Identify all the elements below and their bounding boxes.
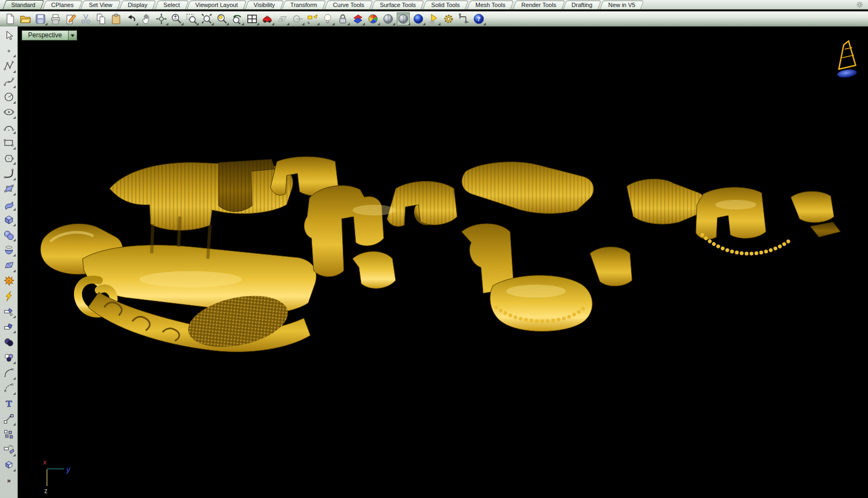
viewport-title-dropdown[interactable] <box>69 30 77 41</box>
tab-render-tools[interactable]: Render Tools <box>513 1 565 9</box>
rotate-view-icon[interactable] <box>155 12 168 25</box>
rendered-viewport-icon[interactable] <box>412 12 425 25</box>
orient-3d-icon[interactable] <box>2 459 16 472</box>
tab-standard[interactable]: Standard <box>3 0 44 9</box>
axis-x-label: x <box>43 459 47 466</box>
model-cluster-middle <box>304 181 457 289</box>
viewport-title-label[interactable]: Perspective <box>22 30 69 41</box>
join-icon[interactable] <box>2 336 16 349</box>
options-gear-icon[interactable] <box>442 12 455 25</box>
tab-display[interactable]: Display <box>120 1 157 9</box>
help-icon[interactable]: ? <box>472 12 485 25</box>
edit-notes-icon[interactable] <box>64 12 77 25</box>
blend-icon[interactable] <box>2 382 16 395</box>
svg-text:?: ? <box>477 15 480 23</box>
toolbar-tab-bar: Standard CPlanes Set View Display Select… <box>0 0 868 10</box>
trim-icon[interactable] <box>2 290 16 303</box>
tab-set-view[interactable]: Set View <box>80 1 121 9</box>
tab-visibility[interactable]: Visibility <box>245 1 283 9</box>
explode-icon[interactable] <box>2 274 16 287</box>
arc-icon[interactable] <box>2 121 16 134</box>
tab-drafting[interactable]: Drafting <box>564 1 601 9</box>
curved-surface-icon[interactable] <box>2 198 16 211</box>
zoom-selected-icon[interactable] <box>215 12 228 25</box>
undo-icon[interactable] <box>125 12 138 25</box>
save-icon[interactable] <box>34 12 47 25</box>
tab-surface-tools[interactable]: Surface Tools <box>371 1 424 9</box>
sphere-icon[interactable] <box>2 228 16 241</box>
set-cplane-icon[interactable] <box>276 12 289 25</box>
rectangle-icon[interactable] <box>2 137 16 150</box>
untrim-icon[interactable] <box>2 320 16 333</box>
open-folder-icon[interactable] <box>19 12 32 25</box>
polygon-icon[interactable] <box>2 152 16 165</box>
split-icon[interactable] <box>2 305 16 318</box>
osnap-icon[interactable] <box>291 12 304 25</box>
text-icon[interactable]: T <box>2 397 16 410</box>
gold-relief-model <box>18 26 868 498</box>
axis-z-label: z <box>44 487 48 495</box>
zoom-dynamic-icon[interactable] <box>170 12 183 25</box>
shaded-viewport-icon[interactable] <box>382 12 395 25</box>
layers-icon[interactable] <box>351 12 364 25</box>
patch-icon[interactable] <box>2 259 16 272</box>
show-objects-icon[interactable] <box>306 12 319 25</box>
tab-curve-tools[interactable]: Curve Tools <box>324 1 373 9</box>
tab-solid-tools[interactable]: Solid Tools <box>423 1 469 9</box>
tab-mesh-tools[interactable]: Mesh Tools <box>467 1 514 9</box>
model-cluster-right <box>627 179 840 253</box>
tab-cplanes[interactable]: CPlanes <box>43 1 82 9</box>
tab-transform[interactable]: Transform <box>282 1 326 9</box>
svg-text:T: T <box>5 399 12 409</box>
cut-icon[interactable] <box>79 12 92 25</box>
named-views-icon[interactable] <box>261 12 274 25</box>
select-pointer-icon[interactable] <box>2 29 16 42</box>
surface-from-points-icon[interactable] <box>2 183 16 196</box>
distant-spire-object <box>837 41 857 78</box>
tab-new-in-v5[interactable]: New in V5 <box>600 1 644 9</box>
paste-icon[interactable] <box>110 12 123 25</box>
viewport-title: Perspective <box>22 30 77 41</box>
circle-icon[interactable] <box>2 91 16 104</box>
toolbar-options-gear-icon[interactable] <box>856 1 864 9</box>
ellipse-icon[interactable] <box>2 106 16 119</box>
spotlight-icon[interactable] <box>427 12 440 25</box>
revolve-icon[interactable] <box>2 244 16 257</box>
move-icon[interactable] <box>2 413 16 426</box>
fillet-icon[interactable] <box>2 367 16 380</box>
ghosted-viewport-icon[interactable] <box>397 12 410 25</box>
perspective-viewport[interactable]: Perspective x y z <box>18 26 868 498</box>
world-axis-gizmo: x y z <box>39 453 83 495</box>
viewport-layout-icon[interactable] <box>246 12 259 25</box>
group-icon[interactable] <box>2 351 16 364</box>
tab-viewport-layout[interactable]: Viewport Layout <box>187 1 247 9</box>
lock-objects-icon[interactable] <box>336 12 349 25</box>
zoom-window-icon[interactable] <box>185 12 198 25</box>
polyline-icon[interactable] <box>2 60 16 73</box>
zoom-extents-icon[interactable] <box>200 12 213 25</box>
control-point-curve-icon[interactable] <box>2 75 16 88</box>
pan-hand-icon[interactable] <box>140 12 153 25</box>
box-icon[interactable] <box>2 213 16 226</box>
model-cluster-center-right <box>462 162 632 332</box>
dimension-icon[interactable] <box>457 12 470 25</box>
fillet-curves-icon[interactable] <box>2 167 16 180</box>
chevron-down-icon <box>70 33 75 38</box>
main-tool-sidebar: T » <box>0 26 18 498</box>
copy-icon[interactable] <box>94 12 107 25</box>
tab-select[interactable]: Select <box>155 1 188 9</box>
hide-objects-icon[interactable] <box>321 12 334 25</box>
new-file-icon[interactable] <box>4 12 17 25</box>
point-icon[interactable] <box>2 44 16 57</box>
print-icon[interactable] <box>49 12 62 25</box>
axis-y-label: y <box>66 465 71 474</box>
rotate-icon[interactable] <box>2 443 16 456</box>
svg-text:»: » <box>7 477 11 484</box>
more-tools-chevron[interactable]: » <box>2 474 16 487</box>
undo-view-change-icon[interactable] <box>230 12 243 25</box>
array-icon[interactable] <box>2 428 16 441</box>
color-picker-icon[interactable] <box>367 12 379 25</box>
standard-toolbar: ? <box>0 11 868 26</box>
